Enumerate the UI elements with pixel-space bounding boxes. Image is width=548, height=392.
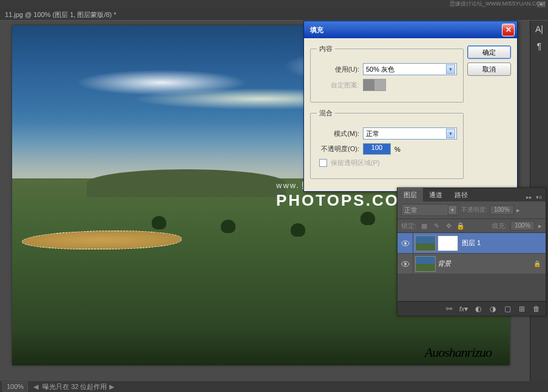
layer-thumb[interactable] bbox=[415, 256, 436, 272]
fill-dialog: 填充 ✕ 内容 使用(U): 50% 灰色 ▼ 自定图案: 混合 bbox=[303, 21, 518, 192]
adjustment-icon[interactable]: ◑ bbox=[486, 303, 499, 314]
opacity-flyout-icon[interactable]: ▸ bbox=[516, 206, 520, 214]
lock-icon: 🔒 bbox=[533, 260, 541, 267]
pattern-swatch bbox=[363, 79, 386, 91]
ok-button[interactable]: 确定 bbox=[467, 46, 511, 59]
paragraph-icon[interactable]: ¶ bbox=[530, 38, 548, 55]
svg-point-3 bbox=[404, 263, 407, 265]
layer-mask-thumb[interactable] bbox=[438, 235, 458, 251]
zoom-input[interactable]: 100% bbox=[2, 382, 28, 391]
signature-text: Auoshanrizuo bbox=[425, 345, 492, 360]
close-icon[interactable]: ✕ bbox=[502, 24, 515, 36]
blend-row: 正常 ▼ 不透明度: 100% ▸ bbox=[397, 201, 546, 219]
blend-mode-select[interactable]: 正常 ▼ bbox=[401, 204, 459, 216]
link-layers-icon[interactable]: ⚯ bbox=[442, 303, 456, 314]
fill-flyout-icon[interactable]: ▸ bbox=[538, 222, 542, 230]
layer-name[interactable]: 背景 bbox=[438, 259, 451, 268]
lock-position-icon[interactable]: ✥ bbox=[444, 221, 453, 230]
layer-thumb[interactable] bbox=[415, 235, 436, 251]
fill-label: 填充: bbox=[492, 221, 507, 231]
content-legend: 内容 bbox=[317, 44, 335, 53]
status-message: 曝光只在 32 位起作用 bbox=[42, 382, 107, 391]
lock-trans-icon[interactable]: ▦ bbox=[420, 221, 428, 230]
fx-icon[interactable]: fx▾ bbox=[457, 303, 470, 314]
tab-paths[interactable]: 路径 bbox=[448, 189, 474, 201]
dialog-title: 填充 bbox=[310, 25, 323, 35]
panel-collapse-icon[interactable]: ▸▸ bbox=[525, 193, 533, 201]
layer-row[interactable]: 背景 🔒 bbox=[397, 254, 546, 274]
use-select[interactable]: 50% 灰色 ▼ bbox=[363, 63, 457, 75]
custom-pattern-label: 自定图案: bbox=[317, 81, 359, 90]
group-icon[interactable]: ▢ bbox=[501, 303, 514, 314]
chevron-down-icon[interactable]: ▼ bbox=[446, 129, 455, 138]
nav-next-icon[interactable]: ▶ bbox=[109, 383, 117, 390]
forum-watermark: 思缘设计论坛_WWW.MISSYUAN.COM bbox=[450, 0, 545, 8]
tab-layers[interactable]: 图层 bbox=[397, 188, 423, 201]
eye-icon bbox=[401, 240, 410, 246]
layer-row[interactable]: 图层 1 bbox=[397, 233, 546, 254]
mask-icon[interactable]: ◐ bbox=[472, 303, 485, 314]
dialog-titlebar[interactable]: 填充 ✕ bbox=[304, 21, 517, 38]
lock-all-icon[interactable]: 🔒 bbox=[456, 221, 465, 230]
nav-prev-icon[interactable]: ◀ bbox=[33, 383, 41, 390]
blend-fieldset: 混合 模式(M): 正常 ▼ 不透明度(O): 100 % 保留透明区域(P) bbox=[310, 109, 464, 179]
mode-select[interactable]: 正常 ▼ bbox=[363, 127, 457, 140]
content-fieldset: 内容 使用(U): 50% 灰色 ▼ 自定图案: bbox=[310, 44, 464, 103]
pct-label: % bbox=[394, 146, 401, 153]
mode-label: 模式(M): bbox=[317, 129, 359, 138]
layers-empty-area[interactable] bbox=[397, 274, 546, 301]
opacity-label: 不透明度(O): bbox=[317, 144, 359, 154]
new-layer-icon[interactable]: ⊞ bbox=[515, 303, 529, 314]
blend-legend: 混合 bbox=[317, 109, 335, 118]
svg-point-1 bbox=[404, 242, 407, 245]
visibility-toggle[interactable] bbox=[397, 254, 413, 274]
opacity-label: 不透明度: bbox=[461, 206, 487, 214]
doc-tab-label: 11.jpg @ 100% (图层 1, 图层蒙版/8) * bbox=[5, 11, 117, 18]
lock-label: 锁定: bbox=[401, 221, 416, 231]
opacity-value[interactable]: 100% bbox=[490, 205, 514, 215]
use-label: 使用(U): bbox=[317, 65, 359, 74]
lock-pixels-icon[interactable]: ✎ bbox=[432, 221, 441, 230]
document-tab[interactable]: 11.jpg @ 100% (图层 1, 图层蒙版/8) * bbox=[0, 8, 548, 21]
chevron-down-icon[interactable]: ▼ bbox=[446, 64, 455, 74]
layer-name[interactable]: 图层 1 bbox=[462, 238, 481, 248]
eye-icon bbox=[401, 261, 410, 267]
layers-list: 图层 1 背景 🔒 bbox=[397, 233, 546, 301]
lock-row: 锁定: ▦ ✎ ✥ 🔒 填充: 100% ▸ bbox=[397, 219, 546, 233]
chevron-down-icon[interactable]: ▼ bbox=[448, 205, 457, 215]
fill-value[interactable]: 100% bbox=[510, 221, 535, 231]
type-tool-icon[interactable]: A| bbox=[530, 21, 548, 38]
panel-tabs: 图层 通道 路径 ▸▸ ▾≡ bbox=[397, 188, 546, 201]
visibility-toggle[interactable] bbox=[397, 233, 413, 253]
layers-panel: 图层 通道 路径 ▸▸ ▾≡ 正常 ▼ 不透明度: 100% ▸ 锁定: ▦ ✎… bbox=[397, 188, 546, 316]
panel-footer: ⚯ fx▾ ◐ ◑ ▢ ⊞ 🗑 bbox=[397, 301, 546, 316]
tab-channels[interactable]: 通道 bbox=[423, 189, 448, 201]
cancel-button[interactable]: 取消 bbox=[467, 63, 511, 76]
trash-icon[interactable]: 🗑 bbox=[530, 303, 543, 314]
status-bar: 100% ◀ 曝光只在 32 位起作用 ▶ bbox=[0, 381, 548, 392]
selection-marquee[interactable] bbox=[22, 231, 181, 249]
preserve-trans-label: 保留透明区域(P) bbox=[331, 158, 380, 167]
preserve-trans-checkbox[interactable] bbox=[319, 159, 327, 167]
opacity-input[interactable]: 100 bbox=[363, 143, 391, 155]
app-bar: 思缘设计论坛_WWW.MISSYUAN.COM « bbox=[0, 0, 548, 8]
panel-menu-icon[interactable]: ▾≡ bbox=[535, 193, 543, 201]
